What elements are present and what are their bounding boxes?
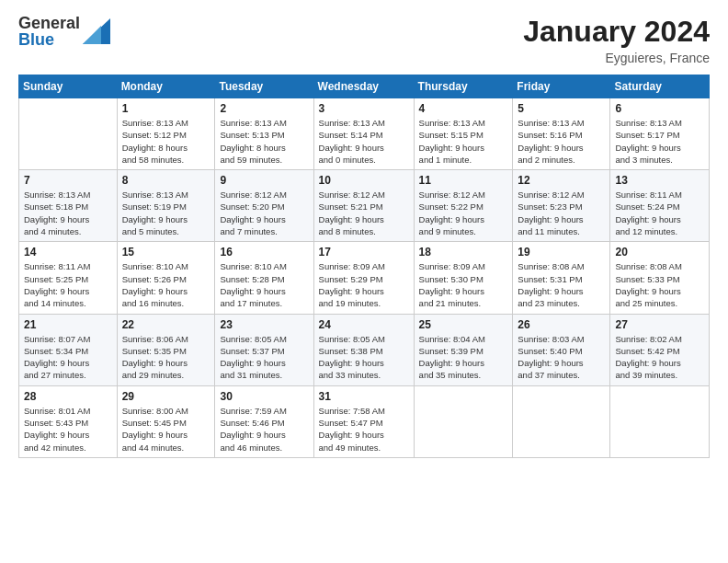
day-info: Sunrise: 8:01 AMSunset: 5:43 PMDaylight:… — [24, 405, 112, 454]
day-info: Sunrise: 8:12 AMSunset: 5:20 PMDaylight:… — [220, 189, 308, 237]
day-cell: 12Sunrise: 8:12 AMSunset: 5:23 PMDayligh… — [513, 170, 610, 242]
title-section: January 2024 Eyguieres, France — [523, 15, 710, 65]
day-cell — [19, 98, 118, 170]
day-number: 22 — [122, 318, 210, 331]
day-info: Sunrise: 8:13 AMSunset: 5:18 PMDaylight:… — [24, 189, 112, 237]
day-info: Sunrise: 8:08 AMSunset: 5:33 PMDaylight:… — [615, 260, 704, 309]
day-number: 13 — [615, 174, 704, 187]
day-info: Sunrise: 8:10 AMSunset: 5:26 PMDaylight:… — [122, 260, 210, 309]
day-cell: 8Sunrise: 8:13 AMSunset: 5:19 PMDaylight… — [117, 170, 215, 242]
week-row-3: 14Sunrise: 8:11 AMSunset: 5:25 PMDayligh… — [19, 242, 710, 314]
header-row: Sunday Monday Tuesday Wednesday Thursday… — [19, 75, 710, 98]
day-number: 27 — [615, 318, 704, 331]
day-cell — [610, 385, 710, 457]
day-info: Sunrise: 8:13 AMSunset: 5:12 PMDaylight:… — [122, 117, 210, 166]
day-number: 16 — [220, 246, 308, 259]
day-number: 20 — [615, 246, 704, 259]
day-cell: 14Sunrise: 8:11 AMSunset: 5:25 PMDayligh… — [19, 242, 118, 314]
day-number: 23 — [220, 318, 308, 331]
day-cell: 23Sunrise: 8:05 AMSunset: 5:37 PMDayligh… — [215, 314, 313, 385]
day-info: Sunrise: 8:13 AMSunset: 5:19 PMDaylight:… — [122, 189, 210, 237]
day-info: Sunrise: 8:13 AMSunset: 5:14 PMDaylight:… — [319, 117, 409, 166]
week-row-1: 1Sunrise: 8:13 AMSunset: 5:12 PMDaylight… — [19, 98, 710, 170]
day-cell: 4Sunrise: 8:13 AMSunset: 5:15 PMDaylight… — [414, 98, 513, 170]
day-info: Sunrise: 8:09 AMSunset: 5:29 PMDaylight:… — [319, 260, 409, 309]
day-cell: 26Sunrise: 8:03 AMSunset: 5:40 PMDayligh… — [513, 314, 610, 385]
day-cell: 28Sunrise: 8:01 AMSunset: 5:43 PMDayligh… — [19, 385, 118, 457]
day-number: 29 — [122, 390, 210, 403]
day-info: Sunrise: 8:13 AMSunset: 5:13 PMDaylight:… — [220, 117, 308, 166]
week-row-4: 21Sunrise: 8:07 AMSunset: 5:34 PMDayligh… — [19, 314, 710, 385]
day-cell — [513, 385, 610, 457]
day-number: 26 — [518, 318, 605, 331]
day-info: Sunrise: 8:05 AMSunset: 5:37 PMDaylight:… — [220, 333, 308, 382]
day-number: 6 — [615, 102, 704, 115]
day-info: Sunrise: 7:58 AMSunset: 5:47 PMDaylight:… — [319, 405, 409, 454]
day-info: Sunrise: 8:12 AMSunset: 5:21 PMDaylight:… — [319, 189, 409, 237]
day-number: 28 — [24, 390, 112, 403]
day-info: Sunrise: 8:12 AMSunset: 5:23 PMDaylight:… — [518, 189, 605, 237]
col-monday: Monday — [117, 75, 215, 98]
day-info: Sunrise: 7:59 AMSunset: 5:46 PMDaylight:… — [220, 405, 308, 454]
day-info: Sunrise: 8:09 AMSunset: 5:30 PMDaylight:… — [419, 260, 508, 309]
day-cell: 31Sunrise: 7:58 AMSunset: 5:47 PMDayligh… — [313, 385, 414, 457]
day-info: Sunrise: 8:07 AMSunset: 5:34 PMDaylight:… — [24, 333, 112, 382]
day-info: Sunrise: 8:11 AMSunset: 5:24 PMDaylight:… — [615, 189, 704, 237]
day-info: Sunrise: 8:12 AMSunset: 5:22 PMDaylight:… — [419, 189, 508, 237]
day-info: Sunrise: 8:04 AMSunset: 5:39 PMDaylight:… — [419, 333, 508, 382]
logo-text: General Blue — [18, 15, 80, 48]
week-row-2: 7Sunrise: 8:13 AMSunset: 5:18 PMDaylight… — [19, 170, 710, 242]
day-cell: 17Sunrise: 8:09 AMSunset: 5:29 PMDayligh… — [313, 242, 414, 314]
day-info: Sunrise: 8:05 AMSunset: 5:38 PMDaylight:… — [319, 333, 409, 382]
day-cell: 10Sunrise: 8:12 AMSunset: 5:21 PMDayligh… — [313, 170, 414, 242]
day-number: 1 — [122, 102, 210, 115]
week-row-5: 28Sunrise: 8:01 AMSunset: 5:43 PMDayligh… — [19, 385, 710, 457]
day-number: 9 — [220, 174, 308, 187]
col-tuesday: Tuesday — [215, 75, 313, 98]
day-number: 10 — [319, 174, 409, 187]
logo: General Blue — [18, 15, 110, 48]
day-cell: 15Sunrise: 8:10 AMSunset: 5:26 PMDayligh… — [117, 242, 215, 314]
col-saturday: Saturday — [610, 75, 710, 98]
col-thursday: Thursday — [414, 75, 513, 98]
day-cell: 18Sunrise: 8:09 AMSunset: 5:30 PMDayligh… — [414, 242, 513, 314]
day-info: Sunrise: 8:06 AMSunset: 5:35 PMDaylight:… — [122, 333, 210, 382]
day-number: 19 — [518, 246, 605, 259]
day-number: 25 — [419, 318, 508, 331]
day-number: 7 — [24, 174, 112, 187]
day-cell: 1Sunrise: 8:13 AMSunset: 5:12 PMDaylight… — [117, 98, 215, 170]
day-info: Sunrise: 8:13 AMSunset: 5:17 PMDaylight:… — [615, 117, 704, 166]
day-number: 17 — [319, 246, 409, 259]
day-info: Sunrise: 8:10 AMSunset: 5:28 PMDaylight:… — [220, 260, 308, 309]
day-cell: 6Sunrise: 8:13 AMSunset: 5:17 PMDaylight… — [610, 98, 710, 170]
day-cell: 9Sunrise: 8:12 AMSunset: 5:20 PMDaylight… — [215, 170, 313, 242]
day-cell — [414, 385, 513, 457]
logo-blue: Blue — [18, 31, 80, 48]
day-number: 14 — [24, 246, 112, 259]
day-number: 11 — [419, 174, 508, 187]
calendar-table: Sunday Monday Tuesday Wednesday Thursday… — [18, 75, 710, 458]
day-number: 2 — [220, 102, 308, 115]
calendar-page: General Blue January 2024 Eyguieres, Fra… — [0, 0, 728, 563]
day-number: 24 — [319, 318, 409, 331]
day-number: 5 — [518, 102, 605, 115]
day-number: 30 — [220, 390, 308, 403]
day-cell: 24Sunrise: 8:05 AMSunset: 5:38 PMDayligh… — [313, 314, 414, 385]
day-cell: 30Sunrise: 7:59 AMSunset: 5:46 PMDayligh… — [215, 385, 313, 457]
day-cell: 3Sunrise: 8:13 AMSunset: 5:14 PMDaylight… — [313, 98, 414, 170]
day-info: Sunrise: 8:13 AMSunset: 5:15 PMDaylight:… — [419, 117, 508, 166]
col-sunday: Sunday — [19, 75, 118, 98]
calendar-subtitle: Eyguieres, France — [523, 51, 710, 65]
day-number: 8 — [122, 174, 210, 187]
day-number: 21 — [24, 318, 112, 331]
day-cell: 21Sunrise: 8:07 AMSunset: 5:34 PMDayligh… — [19, 314, 118, 385]
day-cell: 29Sunrise: 8:00 AMSunset: 5:45 PMDayligh… — [117, 385, 215, 457]
day-cell: 19Sunrise: 8:08 AMSunset: 5:31 PMDayligh… — [513, 242, 610, 314]
calendar-title: January 2024 — [523, 15, 710, 49]
day-number: 4 — [419, 102, 508, 115]
day-info: Sunrise: 8:00 AMSunset: 5:45 PMDaylight:… — [122, 405, 210, 454]
day-cell: 25Sunrise: 8:04 AMSunset: 5:39 PMDayligh… — [414, 314, 513, 385]
logo-icon — [83, 18, 110, 44]
col-friday: Friday — [513, 75, 610, 98]
day-info: Sunrise: 8:08 AMSunset: 5:31 PMDaylight:… — [518, 260, 605, 309]
